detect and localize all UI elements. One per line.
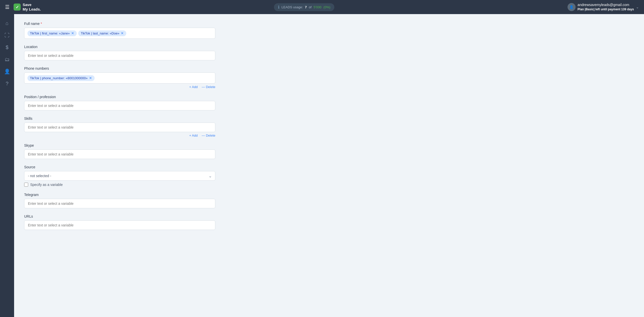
source-select-wrapper: - not selected - Email Phone Social Medi… <box>24 171 215 181</box>
sidebar-item-account[interactable]: 👤 <box>2 66 12 76</box>
full-name-field: Full name * TikTok | first_name: «Jane» … <box>24 22 215 39</box>
full-name-input[interactable]: TikTok | first_name: «Jane» ✕ TikTok | l… <box>24 28 215 39</box>
required-star: * <box>41 22 42 26</box>
account-info: andrewsavemyleads@gmail.com Plan |Basic|… <box>578 3 634 12</box>
header-left: ☰ ✓ Save My Leads. <box>5 3 41 12</box>
location-input[interactable] <box>24 51 215 60</box>
sidebar-item-billing[interactable]: $ <box>2 42 12 52</box>
location-label: Location <box>24 45 215 49</box>
skype-input[interactable] <box>24 149 215 159</box>
sidebar-item-briefcase[interactable]: 🗂 <box>2 54 12 64</box>
main-layout: ⌂ ⛶ $ 🗂 👤 ? Full name * TikTok | first_n… <box>0 14 644 317</box>
phone-add-button[interactable]: Add <box>189 85 198 89</box>
logo-text: Save My Leads. <box>23 3 41 12</box>
form-section: Full name * TikTok | first_name: «Jane» … <box>24 22 215 230</box>
account-chevron-icon[interactable]: ⌄ <box>636 5 639 9</box>
location-field: Location <box>24 45 215 60</box>
tag-lastname-remove[interactable]: ✕ <box>121 31 124 35</box>
urls-input[interactable] <box>24 220 215 230</box>
phone-input[interactable]: TikTok | phone_number: «8001000000» ✕ <box>24 72 215 84</box>
telegram-label: Telegram <box>24 193 215 197</box>
tag-lastname: TikTok | last_name: «Doe» ✕ <box>78 30 126 36</box>
top-header: ☰ ✓ Save My Leads. ℹ LEADS usage: 7 of 5… <box>0 0 644 14</box>
telegram-field: Telegram <box>24 193 215 208</box>
skills-field: Skills Add Delete <box>24 116 215 137</box>
menu-button[interactable]: ☰ <box>5 4 10 10</box>
skills-add-button[interactable]: Add <box>189 134 198 137</box>
urls-field: URLs <box>24 214 215 230</box>
phone-field: Phone numbers TikTok | phone_number: «80… <box>24 66 215 89</box>
skills-actions: Add Delete <box>24 134 215 137</box>
tag-phone-remove[interactable]: ✕ <box>89 76 92 80</box>
specify-variable-row: Specify as a variable <box>24 183 215 187</box>
urls-label: URLs <box>24 214 215 218</box>
leads-percent: (0%) <box>324 5 330 9</box>
skills-delete-button[interactable]: Delete <box>202 134 215 137</box>
source-select[interactable]: - not selected - Email Phone Social Medi… <box>24 171 215 181</box>
leads-current: 7 <box>305 5 307 9</box>
specify-variable-checkbox[interactable] <box>24 183 28 187</box>
avatar: 👤 <box>568 3 576 11</box>
sidebar-item-flow[interactable]: ⛶ <box>2 30 12 40</box>
skype-label: Skype <box>24 143 215 147</box>
header-center: ℹ LEADS usage: 7 of 5'000 (0%) <box>274 3 334 11</box>
leads-separator: of <box>309 5 312 9</box>
leads-label: LEADS usage: <box>281 5 303 9</box>
phone-actions: Add Delete <box>24 85 215 89</box>
specify-variable-label: Specify as a variable <box>30 183 63 187</box>
source-label: Source <box>24 165 215 169</box>
leads-badge: ℹ LEADS usage: 7 of 5'000 (0%) <box>274 3 334 11</box>
tag-phone: TikTok | phone_number: «8001000000» ✕ <box>27 75 95 81</box>
leads-total: 5'000 <box>313 5 321 9</box>
position-label: Position / profession <box>24 95 215 99</box>
sidebar-item-home[interactable]: ⌂ <box>2 18 12 28</box>
logo-icon: ✓ <box>14 4 21 11</box>
sidebar: ⌂ ⛶ $ 🗂 👤 ? <box>0 14 14 317</box>
tag-firstname-remove[interactable]: ✕ <box>71 31 74 35</box>
info-icon: ℹ <box>278 5 279 10</box>
full-name-label: Full name * <box>24 22 215 26</box>
account-email: andrewsavemyleads@gmail.com <box>578 3 634 8</box>
content-area: Full name * TikTok | first_name: «Jane» … <box>14 14 644 317</box>
tag-firstname: TikTok | first_name: «Jane» ✕ <box>27 30 77 36</box>
position-field: Position / profession <box>24 95 215 110</box>
header-right: 👤 andrewsavemyleads@gmail.com Plan |Basi… <box>568 3 639 12</box>
skills-input[interactable] <box>24 123 215 132</box>
account-plan: Plan |Basic| left until payment 139 days <box>578 7 634 12</box>
position-input[interactable] <box>24 101 215 110</box>
skills-label: Skills <box>24 116 215 121</box>
sidebar-item-help[interactable]: ? <box>2 78 12 89</box>
source-field: Source - not selected - Email Phone Soci… <box>24 165 215 187</box>
telegram-input[interactable] <box>24 199 215 208</box>
skype-field: Skype <box>24 143 215 159</box>
logo: ✓ Save My Leads. <box>14 3 41 12</box>
phone-delete-button[interactable]: Delete <box>202 85 215 89</box>
phone-label: Phone numbers <box>24 66 215 70</box>
